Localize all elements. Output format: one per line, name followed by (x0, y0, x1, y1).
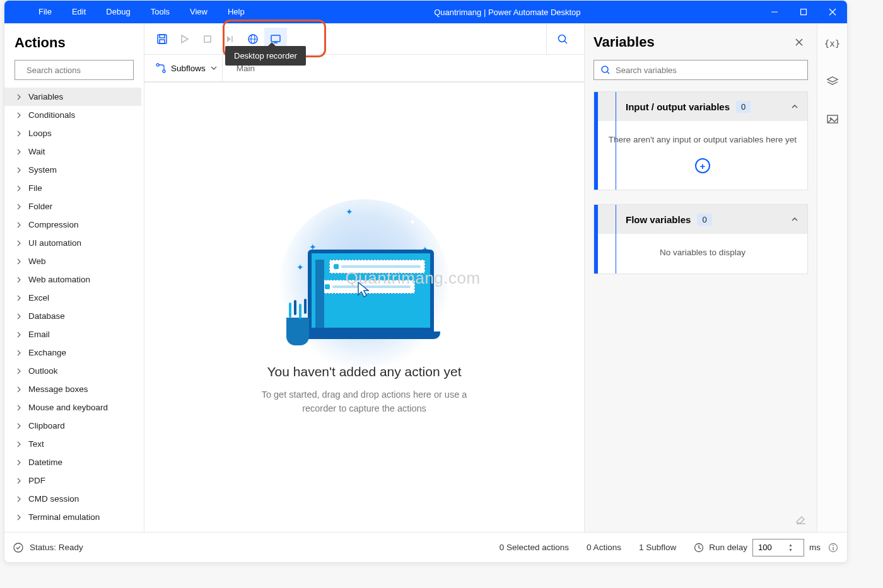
action-category-loops[interactable]: Loops (4, 124, 141, 142)
run-delay-input[interactable]: ▲▼ (752, 539, 804, 556)
stop-button[interactable] (196, 28, 219, 50)
chevron-right-icon (16, 331, 22, 338)
add-variable-button[interactable]: + (695, 158, 710, 173)
action-category-excel[interactable]: Excel (4, 289, 141, 307)
search-variables-input[interactable] (594, 60, 808, 80)
menu-edit[interactable]: Edit (62, 1, 96, 23)
card-body: There aren't any input or output variabl… (594, 121, 807, 190)
variables-title: Variables (594, 34, 790, 50)
search-variables-field[interactable] (616, 66, 801, 75)
action-category-ui-automation[interactable]: UI automation (4, 234, 141, 252)
toolbar (144, 23, 584, 55)
svg-rect-1 (801, 9, 807, 15)
action-category-datetime[interactable]: Datetime (4, 453, 141, 471)
menu-help[interactable]: Help (218, 1, 255, 23)
action-category-exchange[interactable]: Exchange (4, 343, 141, 362)
card-body: No variables to display (594, 234, 807, 274)
body: Actions VariablesConditionalsLoopsWaitSy… (4, 23, 847, 532)
save-button[interactable] (151, 28, 173, 50)
rail-layers-button[interactable] (822, 71, 843, 91)
app-window: FileEditDebugToolsViewHelp Quantrimang |… (4, 0, 848, 563)
eraser-icon[interactable] (794, 513, 807, 526)
maximize-button[interactable] (789, 1, 818, 23)
status-bar: Status: Ready 0 Selected actions 0 Actio… (4, 532, 847, 562)
action-category-pdf[interactable]: PDF (4, 471, 141, 490)
action-category-outlook[interactable]: Outlook (4, 362, 141, 380)
action-category-file[interactable]: File (4, 179, 141, 197)
search-actions-input[interactable] (15, 60, 134, 80)
run-delay-label: Run delay (709, 543, 747, 552)
chevron-right-icon (16, 478, 22, 484)
chevron-right-icon (16, 112, 22, 118)
titlebar: FileEditDebugToolsViewHelp Quantrimang |… (4, 1, 847, 23)
status-selected-actions: 0 Selected actions (500, 543, 569, 552)
card-header[interactable]: Flow variables0 (594, 205, 807, 234)
chevron-right-icon (16, 204, 22, 210)
menu-tools[interactable]: Tools (141, 1, 180, 23)
info-icon[interactable] (828, 543, 838, 553)
flow-icon (156, 63, 166, 73)
close-button[interactable] (818, 1, 847, 23)
minimize-button[interactable] (760, 1, 789, 23)
chevron-right-icon (16, 130, 22, 137)
svg-line-19 (564, 41, 567, 43)
action-category-database[interactable]: Database (4, 307, 141, 325)
chevron-right-icon (16, 94, 22, 100)
chevron-right-icon (16, 185, 22, 192)
svg-rect-8 (160, 40, 165, 43)
svg-rect-10 (204, 36, 211, 42)
editor-stage[interactable]: ✦ ✦ ✦ ✦ ✦ Quantrimang.co (144, 83, 584, 532)
count-badge: 0 (697, 214, 711, 226)
run-delay-group: Run delay ▲▼ ms (694, 539, 838, 556)
run-delay-field[interactable] (758, 543, 788, 552)
action-category-cmd-session[interactable]: CMD session (4, 490, 141, 508)
menu-view[interactable]: View (180, 1, 218, 23)
svg-marker-27 (827, 77, 838, 82)
editor-search-button[interactable] (546, 23, 578, 54)
action-category-message-boxes[interactable]: Message boxes (4, 380, 141, 398)
subflows-bar: Subflows Main Desktop recorder (144, 55, 584, 83)
action-category-wait[interactable]: Wait (4, 142, 141, 161)
action-category-folder[interactable]: Folder (4, 197, 141, 216)
chevron-right-icon (16, 222, 22, 228)
subflows-button[interactable]: Subflows (151, 55, 223, 81)
action-category-system[interactable]: System (4, 161, 141, 179)
actions-panel: Actions VariablesConditionalsLoopsWaitSy… (4, 23, 144, 532)
action-category-web-automation[interactable]: Web automation (4, 270, 141, 289)
chevron-right-icon (16, 350, 22, 356)
run-button[interactable] (173, 28, 196, 50)
chevron-down-icon (211, 65, 217, 71)
spin-buttons[interactable]: ▲▼ (788, 543, 793, 553)
chevron-right-icon (16, 149, 22, 155)
menu-file[interactable]: File (28, 1, 62, 23)
action-category-conditionals[interactable]: Conditionals (4, 106, 141, 124)
editor-panel: Subflows Main Desktop recorder ✦ ✦ ✦ ✦ ✦ (144, 23, 585, 532)
rail-images-button[interactable] (822, 109, 843, 129)
action-category-mouse-and-keyboard[interactable]: Mouse and keyboard (4, 398, 141, 417)
action-category-email[interactable]: Email (4, 325, 141, 343)
chevron-right-icon (16, 405, 22, 411)
right-rail: {x} (817, 23, 847, 532)
svg-marker-11 (227, 36, 231, 42)
card-header[interactable]: Input / output variables0 (594, 92, 807, 121)
action-category-compression[interactable]: Compression (4, 216, 141, 234)
svg-point-20 (156, 64, 159, 66)
action-category-variables[interactable]: Variables (4, 88, 141, 106)
action-category-terminal-emulation[interactable]: Terminal emulation (4, 508, 141, 526)
action-category-web[interactable]: Web (4, 252, 141, 270)
chevron-right-icon (16, 496, 22, 502)
run-delay-unit: ms (809, 543, 821, 552)
action-category-text[interactable]: Text (4, 435, 141, 453)
card-title: Flow variables (607, 214, 691, 225)
empty-subtitle: To get started, drag and drop actions he… (245, 388, 484, 416)
close-variables-button[interactable] (790, 33, 808, 51)
actions-tree[interactable]: VariablesConditionalsLoopsWaitSystemFile… (4, 88, 144, 532)
chevron-right-icon (16, 441, 22, 447)
rail-variables-button[interactable]: {x} (822, 33, 843, 54)
menu-debug[interactable]: Debug (96, 1, 140, 23)
search-actions-field[interactable] (26, 66, 132, 75)
svg-marker-9 (182, 35, 188, 43)
action-category-clipboard[interactable]: Clipboard (4, 417, 141, 435)
flow-variables-card: Flow variables0No variables to display (594, 204, 808, 274)
chevron-up-icon (791, 216, 798, 223)
